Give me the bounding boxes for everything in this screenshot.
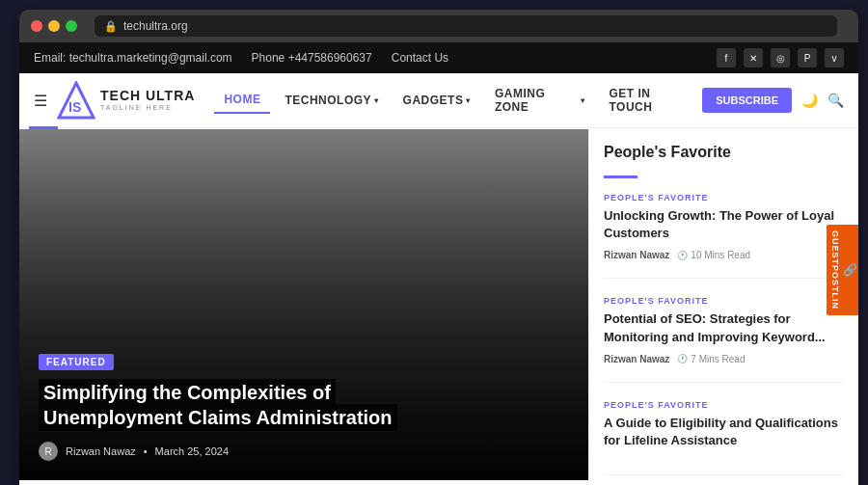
browser-window: 🔒 techultra.org Email: techultra.marketi…	[19, 10, 858, 485]
logo-sub-text: TAGLINE HERE	[100, 104, 195, 112]
nav-gadgets[interactable]: GADGETS ▾	[393, 88, 480, 113]
social-icons: f ✕ ◎ P v	[717, 48, 844, 67]
traffic-lights	[31, 20, 77, 32]
sidebar-article-1[interactable]: PEOPLE'S FAVORITE Unlocking Growth: The …	[604, 193, 844, 279]
nav-gaming-zone[interactable]: GAMING ZONE ▾	[485, 81, 595, 120]
sidebar-time-2: 🕐 7 Mins Read	[677, 354, 745, 364]
logo-text: TECH ULTRA TAGLINE HERE	[100, 89, 195, 111]
dark-mode-icon[interactable]: 🌙	[801, 93, 818, 108]
top-bar: Email: techultra.marketing@gmail.com Pho…	[19, 42, 858, 73]
chevron-down-icon: ▾	[581, 96, 585, 105]
sidebar-article-meta-2: Rizwan Nawaz 🕐 7 Mins Read	[604, 354, 844, 364]
logo[interactable]: IS TECH ULTRA TAGLINE HERE	[57, 81, 195, 120]
phone-label: Phone +447586960637	[252, 51, 372, 65]
facebook-icon[interactable]: f	[717, 48, 736, 67]
clock-icon: 🕐	[677, 251, 688, 260]
featured-badge: FEATURED	[39, 354, 114, 370]
subscribe-button[interactable]: SUBSCRIBE	[702, 88, 792, 113]
sidebar-article-title-2: Potential of SEO: Strategies for Monitor…	[604, 310, 844, 345]
address-bar[interactable]: 🔒 techultra.org	[95, 15, 837, 37]
topbar-left: Email: techultra.marketing@gmail.com Pho…	[34, 51, 448, 65]
logo-main-text: TECH ULTRA	[100, 89, 195, 103]
search-icon[interactable]: 🔍	[827, 93, 844, 108]
website-content: Email: techultra.marketing@gmail.com Pho…	[19, 42, 858, 485]
vimeo-icon[interactable]: v	[825, 48, 844, 67]
guestpostlin-watermark: 🔗 GUESTPOSTLIN	[827, 225, 858, 315]
sidebar-tag-1: PEOPLE'S FAVORITE	[604, 193, 844, 202]
maximize-button[interactable]	[66, 20, 77, 32]
hamburger-menu[interactable]: ☰	[34, 92, 47, 110]
svg-text:IS: IS	[68, 99, 81, 115]
nav-right: SUBSCRIBE 🌙 🔍	[702, 88, 844, 113]
sidebar-article-2[interactable]: PEOPLE'S FAVORITE Potential of SEO: Stra…	[604, 296, 844, 382]
close-button[interactable]	[31, 20, 42, 32]
publish-date: March 25, 2024	[155, 445, 229, 457]
nav-technology[interactable]: TECHNOLOGY ▾	[275, 88, 388, 113]
sidebar-time-1: 🕐 10 Mins Read	[677, 250, 750, 260]
clock-icon-2: 🕐	[677, 354, 688, 364]
nav-get-in-touch[interactable]: GET IN TOUCH	[599, 81, 702, 120]
url-text: techultra.org	[123, 19, 188, 33]
twitter-x-icon[interactable]: ✕	[744, 48, 763, 67]
navbar: ☰ IS TECH ULTRA TAGLINE HERE HOME TECHNO…	[19, 73, 858, 128]
lock-icon: 🔒	[104, 20, 118, 33]
featured-title: Simplifying the Complexities of Unemploy…	[39, 380, 569, 430]
sidebar: People's Favorite PEOPLE'S FAVORITE Unlo…	[588, 129, 858, 480]
author-name: Rizwan Nawaz	[66, 445, 136, 457]
sidebar-author-1: Rizwan Nawaz	[604, 250, 669, 260]
meta-separator: •	[144, 445, 148, 457]
featured-title-text: Simplifying the Complexities of Unemploy…	[39, 379, 397, 431]
sidebar-title: People's Favorite	[604, 144, 844, 161]
featured-meta: R Rizwan Nawaz • March 25, 2024	[39, 442, 569, 461]
nav-links: HOME TECHNOLOGY ▾ GADGETS ▾ GAMING ZONE …	[214, 81, 702, 120]
sidebar-author-2: Rizwan Nawaz	[604, 354, 669, 364]
email-label: Email: techultra.marketing@gmail.com	[34, 51, 232, 65]
guestpostlin-icon: 🔗	[843, 262, 856, 278]
chevron-down-icon: ▾	[466, 96, 471, 105]
sidebar-tag-2: PEOPLE'S FAVORITE	[604, 296, 844, 306]
contact-link[interactable]: Contact Us	[392, 51, 448, 65]
sidebar-article-title-1: Unlocking Growth: The Power of Loyal Cus…	[604, 207, 844, 242]
author-avatar: R	[39, 442, 58, 461]
chevron-down-icon: ▾	[374, 96, 379, 105]
featured-content: FEATURED Simplifying the Complexities of…	[39, 352, 569, 461]
main-content: FEATURED Simplifying the Complexities of…	[19, 129, 858, 480]
sidebar-tag-3: PEOPLE'S FAVORITE	[604, 400, 844, 410]
pinterest-icon[interactable]: P	[798, 48, 817, 67]
minimize-button[interactable]	[48, 20, 60, 32]
sidebar-article-3[interactable]: PEOPLE'S FAVORITE A Guide to Eligibility…	[604, 400, 844, 475]
logo-icon: IS	[57, 81, 95, 120]
featured-article[interactable]: FEATURED Simplifying the Complexities of…	[19, 129, 588, 480]
sidebar-article-title-3: A Guide to Eligibility and Qualification…	[604, 415, 844, 449]
nav-home[interactable]: HOME	[214, 87, 270, 114]
sidebar-article-meta-1: Rizwan Nawaz 🕐 10 Mins Read	[604, 250, 844, 260]
browser-titlebar: 🔒 techultra.org	[19, 10, 858, 42]
guestpostlin-text: GUESTPOSTLIN	[830, 230, 840, 310]
sidebar-divider	[604, 175, 637, 178]
instagram-icon[interactable]: ◎	[771, 48, 790, 67]
